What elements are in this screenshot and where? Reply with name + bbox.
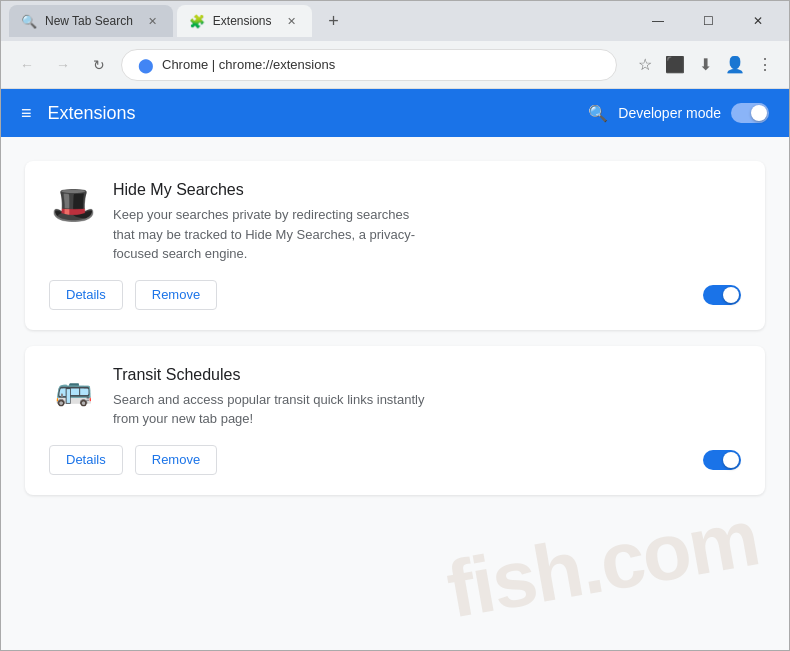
profile-icon[interactable]: 👤	[723, 53, 747, 77]
toolbar-icons: ☆ ⬛ ⬇ 👤 ⋮	[633, 53, 777, 77]
extension-card-header-2: 🚌 Transit Schedules Search and access po…	[49, 366, 741, 429]
transit-schedules-icon: 🚌	[49, 366, 97, 414]
window-controls: — ☐ ✕	[635, 7, 781, 35]
extension-info-1: Hide My Searches Keep your searches priv…	[113, 181, 741, 264]
extension-name-1: Hide My Searches	[113, 181, 741, 199]
new-tab-search-icon: 🔍	[21, 14, 37, 29]
extension-info-2: Transit Schedules Search and access popu…	[113, 366, 741, 429]
address-text: Chrome | chrome://extensions	[162, 57, 335, 72]
extension-actions-1: Details Remove	[49, 280, 741, 310]
extension-description-1: Keep your searches private by redirectin…	[113, 205, 433, 264]
reload-button[interactable]: ↻	[85, 51, 113, 79]
title-bar: 🔍 New Tab Search ✕ 🧩 Extensions ✕ + — ☐ …	[1, 1, 789, 41]
tab-extensions[interactable]: 🧩 Extensions ✕	[177, 5, 312, 37]
remove-button-2[interactable]: Remove	[135, 445, 217, 475]
browser-window: 🔍 New Tab Search ✕ 🧩 Extensions ✕ + — ☐ …	[0, 0, 790, 651]
menu-dots-icon[interactable]: ⋮	[753, 53, 777, 77]
tab-new-tab-search[interactable]: 🔍 New Tab Search ✕	[9, 5, 173, 37]
extension-toggle-knob-1	[723, 287, 739, 303]
extension-name-2: Transit Schedules	[113, 366, 741, 384]
hide-my-searches-icon: 🎩	[49, 181, 97, 229]
extensions-tab-icon: 🧩	[189, 14, 205, 29]
extension-puzzle-icon[interactable]: ⬛	[663, 53, 687, 77]
chrome-logo-icon: ⬤	[138, 57, 154, 73]
extensions-page-title: Extensions	[48, 103, 136, 124]
details-button-1[interactable]: Details	[49, 280, 123, 310]
address-input[interactable]: ⬤ Chrome | chrome://extensions	[121, 49, 617, 81]
extension-toggle-2[interactable]	[703, 450, 741, 470]
address-bar: ← → ↻ ⬤ Chrome | chrome://extensions ☆ ⬛…	[1, 41, 789, 89]
details-button-2[interactable]: Details	[49, 445, 123, 475]
developer-mode-label: Developer mode	[618, 105, 721, 121]
tab-label-extensions: Extensions	[213, 14, 272, 28]
close-tab-extensions[interactable]: ✕	[284, 13, 300, 29]
remove-button-1[interactable]: Remove	[135, 280, 217, 310]
extension-toggle-1[interactable]	[703, 285, 741, 305]
watermark: fish.com	[440, 492, 764, 637]
maximize-button[interactable]: ☐	[685, 7, 731, 35]
new-tab-button[interactable]: +	[320, 7, 348, 35]
extension-toggle-knob-2	[723, 452, 739, 468]
extensions-search-icon[interactable]: 🔍	[588, 104, 608, 123]
extension-card-transit-schedules: 🚌 Transit Schedules Search and access po…	[25, 346, 765, 495]
back-button[interactable]: ←	[13, 51, 41, 79]
extensions-content: fish.com 🎩 Hide My Searches Keep your se…	[1, 137, 789, 650]
developer-mode-toggle-knob	[751, 105, 767, 121]
extension-card-hide-my-searches: 🎩 Hide My Searches Keep your searches pr…	[25, 161, 765, 330]
extensions-header: ≡ Extensions 🔍 Developer mode	[1, 89, 789, 137]
bookmark-icon[interactable]: ☆	[633, 53, 657, 77]
extension-actions-2: Details Remove	[49, 445, 741, 475]
minimize-button[interactable]: —	[635, 7, 681, 35]
hamburger-menu-icon[interactable]: ≡	[21, 103, 32, 124]
address-path: chrome://extensions	[219, 57, 335, 72]
extension-description-2: Search and access popular transit quick …	[113, 390, 433, 429]
forward-button[interactable]: →	[49, 51, 77, 79]
extension-card-header-1: 🎩 Hide My Searches Keep your searches pr…	[49, 181, 741, 264]
close-tab-new-tab-search[interactable]: ✕	[145, 13, 161, 29]
developer-mode-toggle[interactable]	[731, 103, 769, 123]
close-window-button[interactable]: ✕	[735, 7, 781, 35]
download-icon[interactable]: ⬇	[693, 53, 717, 77]
developer-mode-section: 🔍 Developer mode	[588, 103, 769, 123]
address-subdomain: Chrome |	[162, 57, 219, 72]
tab-label-new-tab-search: New Tab Search	[45, 14, 133, 28]
